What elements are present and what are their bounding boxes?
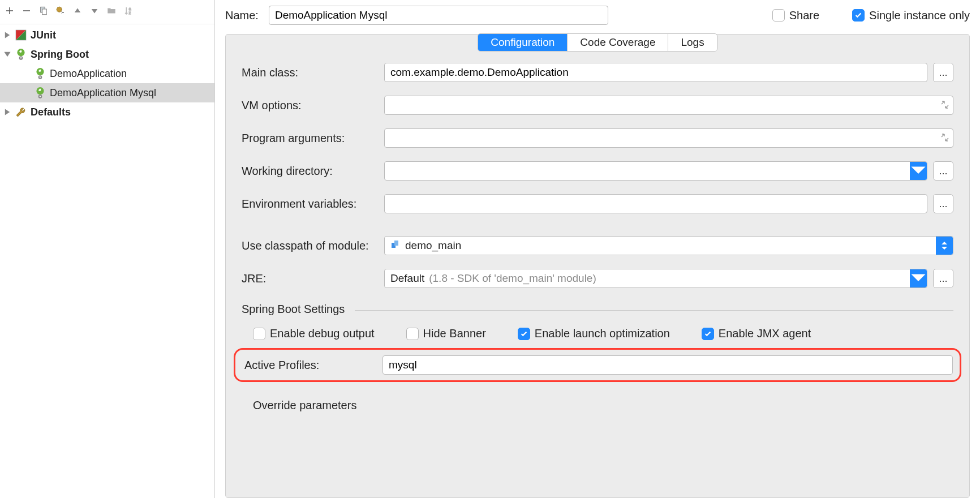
- svg-rect-1: [42, 9, 47, 15]
- checkbox-icon: [702, 328, 714, 340]
- sort-button[interactable]: az: [121, 3, 136, 18]
- browse-env-button[interactable]: ...: [933, 194, 953, 213]
- spring-icon: [15, 48, 27, 61]
- tree-item-defaults[interactable]: Defaults: [0, 102, 214, 122]
- vm-options-label: VM options:: [242, 99, 375, 112]
- tree-item-label: Spring Boot: [31, 49, 211, 61]
- single-instance-checkbox[interactable]: Single instance only: [852, 9, 970, 22]
- tree-item-demoapp-mysql[interactable]: DemoApplication Mysql: [0, 83, 214, 102]
- remove-config-button[interactable]: [19, 3, 34, 18]
- tab-configuration[interactable]: Configuration: [478, 34, 567, 51]
- jre-value: Default: [390, 272, 424, 285]
- main-class-label: Main class:: [242, 66, 375, 79]
- share-label: Share: [789, 9, 819, 22]
- program-args-input[interactable]: [384, 128, 953, 148]
- active-profiles-row: Active Profiles:: [234, 348, 961, 382]
- launch-opt-label: Enable launch optimization: [535, 327, 670, 340]
- classpath-value: demo_main: [405, 239, 461, 252]
- classpath-select[interactable]: demo_main: [384, 236, 953, 255]
- config-tree: JUnit Spring Boot DemoApplication DemoAp…: [0, 24, 214, 498]
- copy-config-button[interactable]: [36, 3, 51, 18]
- chevron-down-icon: [910, 162, 927, 180]
- browse-working-dir-button[interactable]: ...: [933, 161, 953, 181]
- expand-icon: [940, 100, 949, 111]
- config-name-input[interactable]: [269, 6, 608, 25]
- jre-hint: (1.8 - SDK of 'demo_main' module): [429, 272, 596, 285]
- move-down-button[interactable]: [87, 3, 102, 18]
- spring-icon: [34, 87, 46, 99]
- debug-output-label: Enable debug output: [270, 327, 375, 340]
- jmx-label: Enable JMX agent: [719, 327, 811, 340]
- expand-arrow-icon: [3, 31, 11, 39]
- svg-rect-13: [394, 241, 398, 246]
- hide-banner-label: Hide Banner: [423, 327, 486, 340]
- checkbox-icon: [406, 328, 419, 340]
- checkbox-icon: [772, 9, 785, 22]
- module-icon: [390, 239, 401, 252]
- tree-item-springboot[interactable]: Spring Boot: [0, 45, 214, 64]
- svg-text:a: a: [129, 7, 131, 11]
- checkbox-icon: [518, 328, 530, 340]
- expand-icon: [940, 133, 949, 144]
- config-content: Configuration Code Coverage Logs Main cl…: [225, 34, 970, 498]
- program-args-label: Program arguments:: [242, 132, 375, 145]
- chevron-down-icon: [910, 269, 927, 287]
- vm-options-input[interactable]: [384, 96, 953, 115]
- debug-output-checkbox[interactable]: Enable debug output: [253, 327, 375, 340]
- tree-item-demoapp[interactable]: DemoApplication: [0, 64, 214, 83]
- add-config-button[interactable]: [2, 3, 17, 18]
- wrench-icon: [15, 106, 27, 118]
- override-params-label: Override parameters: [242, 399, 953, 412]
- tree-item-label: Defaults: [31, 106, 211, 118]
- config-editor: Name: Share Single instance only Configu…: [215, 0, 980, 498]
- collapse-arrow-icon: [3, 50, 11, 58]
- junit-icon: [15, 29, 27, 41]
- name-label: Name:: [225, 9, 259, 22]
- active-profiles-input[interactable]: [382, 355, 953, 375]
- classpath-label: Use classpath of module:: [242, 239, 375, 252]
- jmx-checkbox[interactable]: Enable JMX agent: [702, 327, 811, 340]
- sidebar-toolbar: az: [0, 0, 214, 24]
- configurations-sidebar: az JUnit Spring Boot DemoApplication Dem…: [0, 0, 215, 498]
- tree-item-junit[interactable]: JUnit: [0, 25, 214, 45]
- spring-icon: [34, 67, 46, 80]
- svg-text:z: z: [129, 11, 131, 15]
- launch-opt-checkbox[interactable]: Enable launch optimization: [518, 327, 670, 340]
- share-checkbox[interactable]: Share: [772, 9, 819, 22]
- expand-arrow-icon: [3, 108, 11, 116]
- settings-button[interactable]: [53, 3, 68, 18]
- env-vars-input[interactable]: [384, 194, 927, 213]
- springboot-section-title: Spring Boot Settings: [242, 303, 953, 316]
- checkbox-icon: [852, 9, 865, 22]
- updown-icon: [936, 237, 953, 255]
- working-dir-input[interactable]: [384, 161, 927, 181]
- working-dir-label: Working directory:: [242, 165, 375, 178]
- single-instance-label: Single instance only: [869, 9, 970, 22]
- jre-label: JRE:: [242, 272, 375, 285]
- tree-item-label: DemoApplication Mysql: [50, 87, 211, 99]
- tab-logs[interactable]: Logs: [668, 34, 716, 51]
- config-form: Main class: ... VM options: Program argu…: [226, 53, 969, 412]
- tree-item-label: DemoApplication: [50, 68, 211, 80]
- active-profiles-label: Active Profiles:: [240, 359, 373, 372]
- checkbox-icon: [253, 328, 265, 340]
- main-class-input[interactable]: [384, 63, 927, 82]
- name-bar: Name: Share Single instance only: [225, 6, 970, 34]
- move-up-button[interactable]: [70, 3, 85, 18]
- tab-code-coverage[interactable]: Code Coverage: [567, 34, 668, 51]
- env-vars-label: Environment variables:: [242, 198, 375, 211]
- browse-main-class-button[interactable]: ...: [933, 63, 953, 82]
- tabbar: Configuration Code Coverage Logs: [226, 33, 969, 51]
- browse-jre-button[interactable]: ...: [933, 269, 953, 288]
- jre-select[interactable]: Default (1.8 - SDK of 'demo_main' module…: [384, 269, 927, 288]
- hide-banner-checkbox[interactable]: Hide Banner: [406, 327, 486, 340]
- folder-button[interactable]: [104, 3, 119, 18]
- tree-item-label: JUnit: [31, 29, 211, 41]
